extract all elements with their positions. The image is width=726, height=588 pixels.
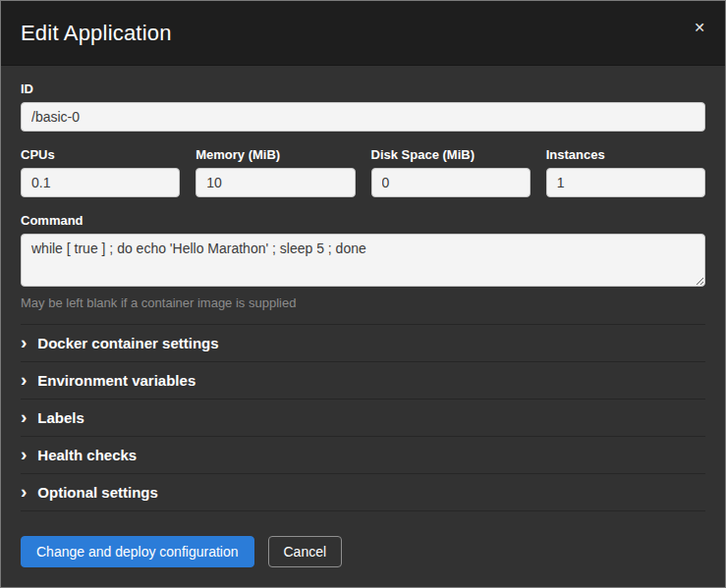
collapsible-sections: › Docker container settings › Environmen… [21,324,705,511]
command-field-group: Command while [ true ] ; do echo 'Hello … [21,213,705,310]
modal-header: Edit Application ✕ [1,1,725,66]
chevron-right-icon: › [21,407,27,426]
section-health-checks[interactable]: › Health checks [21,436,705,473]
disk-field-group: Disk Space (MiB) [371,147,531,197]
chevron-right-icon: › [21,333,27,351]
id-input[interactable] [21,102,705,132]
section-optional-settings[interactable]: › Optional settings [21,473,705,510]
close-icon[interactable]: ✕ [690,17,709,38]
disk-label: Disk Space (MiB) [371,147,531,162]
edit-application-modal: Edit Application ✕ ID CPUs Memory (MiB) … [0,0,726,588]
cpus-input[interactable] [21,168,180,197]
chevron-right-icon: › [21,445,27,463]
submit-button[interactable]: Change and deploy configuration [21,536,254,567]
section-label: Docker container settings [37,335,218,351]
section-docker-container-settings[interactable]: › Docker container settings [21,324,705,361]
memory-input[interactable] [195,168,355,197]
section-label: Labels [37,409,84,426]
id-label: ID [21,81,705,96]
memory-label: Memory (MiB) [195,147,355,162]
command-help-text: May be left blank if a container image i… [21,295,705,310]
resources-row: CPUs Memory (MiB) Disk Space (MiB) Insta… [21,147,705,197]
command-input[interactable]: while [ true ] ; do echo 'Hello Marathon… [21,234,705,287]
section-label: Optional settings [37,484,158,501]
section-environment-variables[interactable]: › Environment variables [21,361,705,399]
chevron-right-icon: › [21,370,27,389]
modal-title: Edit Application [21,21,172,46]
section-label: Health checks [37,447,137,463]
cancel-button[interactable]: Cancel [268,536,343,567]
instances-field-group: Instances [546,147,705,197]
section-labels[interactable]: › Labels [21,399,705,436]
command-label: Command [21,213,705,228]
disk-input[interactable] [371,168,531,197]
instances-input[interactable] [546,168,705,197]
instances-label: Instances [546,147,705,162]
section-label: Environment variables [37,372,195,389]
chevron-right-icon: › [21,482,27,501]
memory-field-group: Memory (MiB) [195,147,355,197]
modal-footer: Change and deploy configuration Cancel [1,519,725,587]
id-field-group: ID [21,81,705,132]
modal-body: ID CPUs Memory (MiB) Disk Space (MiB) In… [1,66,725,519]
cpus-label: CPUs [21,147,180,162]
cpus-field-group: CPUs [21,147,180,197]
